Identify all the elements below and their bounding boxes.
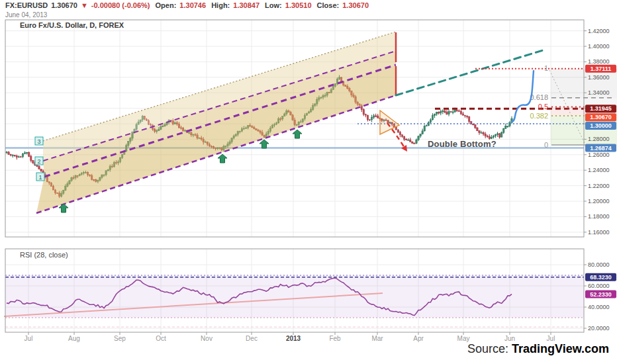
price-label-chip-text: 1.30000 <box>590 122 612 129</box>
price-axis-tick: 1.40000 <box>588 43 610 50</box>
price-axis-tick: 1.42000 <box>588 28 610 34</box>
x-axis-label: Apr <box>413 335 424 342</box>
channel-label: 1 <box>38 174 42 181</box>
price-label-chip-text: 1.26874 <box>590 145 612 152</box>
fib-level-label: 0 <box>544 141 548 149</box>
high-value: 1.30847 <box>233 1 260 9</box>
x-axis-label: Dec <box>246 335 258 342</box>
price-axis-tick: 1.36000 <box>588 74 610 81</box>
price-label-chip-text: 1.31945 <box>590 105 612 112</box>
pennant-triangle[interactable] <box>380 111 399 134</box>
x-axis-label: Feb <box>329 335 341 342</box>
price-label-chip-text: 1.37111 <box>591 66 612 72</box>
rsi-layer[interactable] <box>4 275 584 327</box>
buy-arrow-icon[interactable] <box>293 130 302 138</box>
fib-level-label: 0.5 <box>538 103 548 111</box>
down-arrow-icon: ▼ <box>81 1 88 9</box>
close-label: Close: <box>317 1 340 9</box>
fib-level-label: 0.618 <box>530 93 548 101</box>
price-axis-tick: 1.38000 <box>588 58 610 65</box>
price-axis-tick: 1.20000 <box>588 198 610 205</box>
symbol-name[interactable]: FX:EURUSD <box>5 1 48 9</box>
x-axis-label: May <box>457 335 470 342</box>
chart-canvas[interactable]: 12310.6180.50.3820JulAugSepOctNovDec2013… <box>0 0 617 364</box>
fib-level-label: 1 <box>544 64 548 72</box>
breakdown-arrowhead <box>401 145 407 152</box>
rsi-axis-tick: 80.0000 <box>588 261 610 268</box>
uptrend-line[interactable] <box>396 50 543 95</box>
open-value: 1.30746 <box>179 1 206 9</box>
low-value: 1.30510 <box>285 1 312 9</box>
price-pane-title: Euro Fx/U.S. Dollar, D, FOREX <box>20 21 124 29</box>
channel-label: 3 <box>37 138 40 145</box>
x-axis-label: Jun <box>504 335 515 342</box>
price-axis-tick: 1.34000 <box>588 89 610 96</box>
x-axis-label: Sep <box>114 335 126 342</box>
price-axis-tick: 1.18000 <box>588 213 610 220</box>
source-prefix: Source: <box>467 342 508 355</box>
high-label: High: <box>211 1 230 9</box>
price-axis-tick: 1.22000 <box>588 183 610 189</box>
open-label: Open: <box>156 1 177 9</box>
price-axis-tick: 1.26000 <box>588 152 610 158</box>
buy-arrow-icon[interactable] <box>218 154 227 163</box>
current-price-chip-text: 1.30670 <box>590 114 612 120</box>
source-attribution: Source: TradingView.com <box>467 342 609 356</box>
rsi-axis-tick: 40.0000 <box>588 304 610 310</box>
price-axis-tick: 1.16000 <box>588 229 610 236</box>
x-axis-label: Jul <box>24 335 33 342</box>
x-axis-label: Nov <box>201 335 213 342</box>
source-brand: TradingView.com <box>512 342 609 355</box>
rsi-label-chip-text: 68.3230 <box>590 274 612 281</box>
last-price: 1.30670 <box>51 1 77 9</box>
x-axis-label: Aug <box>68 335 80 342</box>
x-axis-label: Mar <box>371 335 383 342</box>
x-axis-label: 2013 <box>286 335 301 342</box>
rsi-pane-title: RSI (28, close) <box>20 251 68 259</box>
low-label: Low: <box>265 1 282 9</box>
rsi-label-chip-text: 52.2330 <box>590 291 612 298</box>
close-value: 1.30670 <box>342 1 369 9</box>
rsi-axis-tick: 20.0000 <box>588 325 610 332</box>
double-bottom-annotation[interactable]: Double Bottom? <box>428 139 497 149</box>
fib-level-label: 0.382 <box>530 112 548 120</box>
symbol-info-bar: FX:EURUSD1.30670▼-0.00080 (-0.06%) Open:… <box>5 1 372 9</box>
rsi-axis-tick: 60.0000 <box>588 283 610 289</box>
date-label: June 04, 2013 <box>5 11 47 19</box>
buy-arrow-icon[interactable] <box>260 140 269 148</box>
price-axis-tick: 1.28000 <box>588 136 610 142</box>
x-axis-label: Oct <box>156 335 166 342</box>
x-axis-label: Jul <box>547 335 555 342</box>
price-change: -0.00080 (-0.06%) <box>91 1 150 9</box>
channel-label: 2 <box>37 158 40 165</box>
price-axis-tick: 1.24000 <box>588 167 610 173</box>
